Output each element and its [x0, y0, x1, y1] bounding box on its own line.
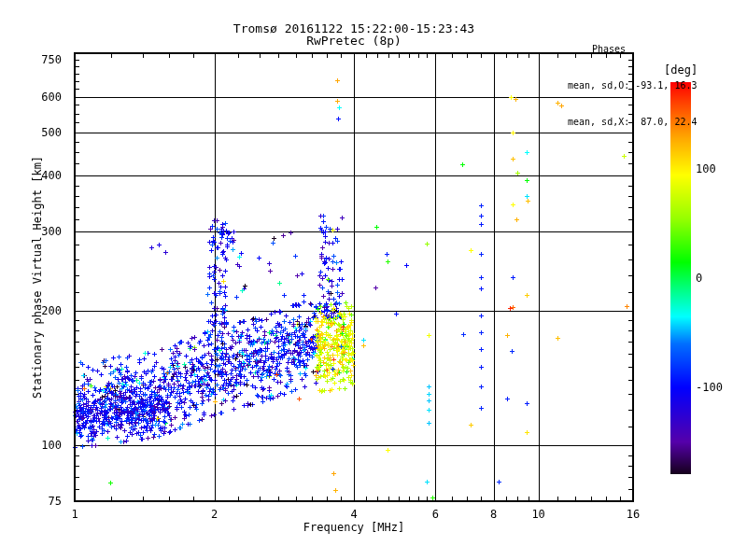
y-tick-label: 75 [21, 496, 62, 507]
colorbar-tick-label: 100 [696, 163, 716, 175]
colorbar-tick-label: -100 [696, 382, 723, 393]
y-tick-label: 600 [21, 91, 62, 103]
x-tick-label: 10 [531, 509, 544, 520]
y-tick-label: 400 [21, 170, 62, 181]
colorbar-unit-label: [deg] [664, 63, 698, 77]
y-axis-title: Stationary phase Virtual Height [km] [31, 156, 44, 399]
phases-heading: Phases [592, 43, 697, 55]
x-tick-label: 1 [71, 509, 78, 520]
phases-x-mode-stats: mean, sd,X: 87.0, 22.4 [568, 116, 697, 128]
phases-stats-block: Phases mean, sd,O: -93.1, 16.3 mean, sd,… [568, 19, 697, 152]
y-tick-label: 750 [21, 54, 62, 65]
y-tick-label: 200 [21, 305, 62, 316]
phases-o-mode-stats: mean, sd,O: -93.1, 16.3 [568, 79, 697, 91]
plot-subtitle: RwPretec (8p) [306, 34, 402, 48]
y-tick-label: 100 [21, 440, 62, 451]
x-tick-label: 2 [211, 509, 218, 520]
x-tick-label: 16 [627, 509, 640, 520]
ionogram-screen: Tromsø 20161122 15:22:00-15:23:43 RwPret… [0, 0, 747, 560]
colorbar-tick-label: 0 [696, 273, 702, 284]
y-tick-label: 300 [21, 226, 62, 237]
x-tick-label: 6 [432, 509, 439, 520]
x-tick-label: 8 [490, 509, 497, 520]
y-tick-label: 500 [21, 127, 62, 138]
x-axis-title: Frequency [MHz] [303, 521, 404, 534]
x-tick-label: 4 [350, 509, 357, 520]
